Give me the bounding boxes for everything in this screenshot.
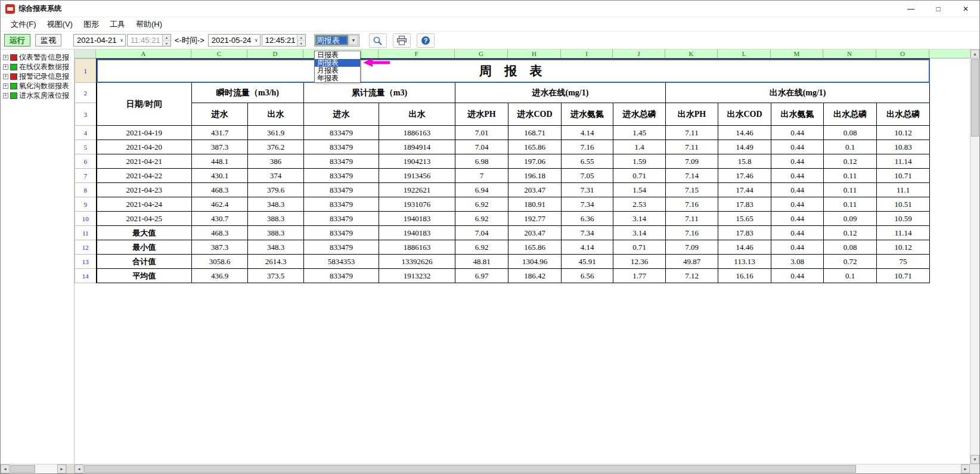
row-header[interactable]: 1	[75, 59, 97, 83]
data-cell[interactable]: 833479	[304, 154, 379, 169]
data-cell[interactable]: 0.1	[824, 269, 877, 283]
data-cell[interactable]: 17.46	[718, 169, 771, 183]
data-cell[interactable]: 165.86	[508, 140, 562, 154]
scrollbar-thumb[interactable]	[971, 59, 979, 137]
data-cell[interactable]: 7.34	[562, 226, 613, 240]
data-cell[interactable]: 196.18	[508, 169, 562, 183]
data-cell[interactable]: 3.14	[613, 226, 666, 240]
data-cell[interactable]: 1940183	[379, 212, 455, 226]
menu-item-help[interactable]: 帮助(H)	[131, 18, 168, 31]
end-time-spinner[interactable]: ▲ ▼	[297, 35, 305, 46]
data-cell[interactable]: 833479	[304, 126, 379, 140]
data-cell[interactable]: 6.92	[455, 240, 508, 255]
row-header[interactable]: 10	[75, 212, 97, 226]
row-header[interactable]: 3	[75, 103, 97, 126]
data-cell[interactable]: 7.04	[455, 140, 508, 154]
data-cell[interactable]: 7.01	[455, 126, 508, 140]
sub-header-cell[interactable]: 出水总磷	[877, 103, 930, 126]
data-cell[interactable]: 1913232	[379, 269, 455, 283]
row-header[interactable]: 13	[75, 255, 97, 269]
row-label-cell[interactable]: 2021-04-22	[97, 169, 192, 183]
data-cell[interactable]: 388.3	[248, 212, 304, 226]
row-header[interactable]: 2	[75, 83, 97, 103]
data-cell[interactable]: 15.65	[718, 212, 771, 226]
data-cell[interactable]: 1.77	[613, 269, 666, 283]
data-cell[interactable]: 7.15	[666, 183, 718, 197]
expand-icon[interactable]: +	[3, 83, 8, 89]
column-header[interactable]: G	[455, 49, 508, 58]
data-cell[interactable]: 3.14	[613, 212, 666, 226]
data-cell[interactable]: 17.83	[718, 226, 771, 240]
data-cell[interactable]: 468.3	[192, 183, 248, 197]
data-cell[interactable]: 0.44	[771, 140, 824, 154]
data-cell[interactable]: 12.36	[613, 255, 666, 269]
data-cell[interactable]: 6.98	[455, 154, 508, 169]
sidebar-item-alarm-record[interactable]: + 报警记录信息报	[1, 72, 74, 81]
data-cell[interactable]: 833479	[304, 169, 379, 183]
data-cell[interactable]: 0.72	[824, 255, 877, 269]
data-cell[interactable]: 0.71	[613, 240, 666, 255]
scroll-left-button[interactable]: ◄	[1, 464, 10, 473]
data-cell[interactable]: 0.44	[771, 197, 824, 212]
sub-header-cell[interactable]: 进水	[304, 103, 379, 126]
row-header[interactable]: 5	[75, 140, 97, 154]
scroll-right-button[interactable]: ►	[961, 464, 970, 473]
data-cell[interactable]: 1886163	[379, 126, 455, 140]
data-cell[interactable]: 2.53	[613, 197, 666, 212]
data-cell[interactable]: 1.45	[613, 126, 666, 140]
column-header[interactable]: O	[876, 49, 929, 58]
column-header[interactable]: H	[508, 49, 561, 58]
data-cell[interactable]: 0.11	[824, 183, 877, 197]
data-cell[interactable]: 7.14	[666, 169, 718, 183]
data-cell[interactable]: 10.71	[877, 169, 930, 183]
data-cell[interactable]: 15.8	[718, 154, 771, 169]
group-header-cell[interactable]: 出水在线(mg/1)	[666, 83, 930, 103]
data-cell[interactable]: 0.12	[824, 154, 877, 169]
row-label-cell[interactable]: 合计值	[97, 255, 192, 269]
group-header-cell[interactable]: 瞬时流量（m3/h)	[192, 83, 304, 103]
data-cell[interactable]: 7	[455, 169, 508, 183]
data-cell[interactable]: 7.16	[666, 197, 718, 212]
data-cell[interactable]: 462.4	[192, 197, 248, 212]
data-cell[interactable]: 0.44	[771, 226, 824, 240]
data-cell[interactable]: 113.13	[718, 255, 771, 269]
data-cell[interactable]: 7.16	[562, 140, 613, 154]
spin-down-icon[interactable]: ▼	[297, 41, 305, 46]
row-label-cell[interactable]: 2021-04-20	[97, 140, 192, 154]
sub-header-cell[interactable]: 进水PH	[455, 103, 508, 126]
column-header[interactable]: A	[96, 49, 191, 58]
data-cell[interactable]: 348.3	[248, 197, 304, 212]
row-label-cell[interactable]: 2021-04-23	[97, 183, 192, 197]
data-cell[interactable]: 6.94	[455, 183, 508, 197]
data-cell[interactable]: 387.3	[192, 240, 248, 255]
start-time-input[interactable]: 11:45:21 ▲ ▼	[127, 34, 171, 47]
data-cell[interactable]: 6.55	[562, 154, 613, 169]
data-cell[interactable]: 1.59	[613, 154, 666, 169]
report-title-cell[interactable]: 周 报 表	[97, 59, 930, 83]
data-cell[interactable]: 7.16	[666, 226, 718, 240]
data-cell[interactable]: 0.08	[824, 240, 877, 255]
data-cell[interactable]: 7.05	[562, 169, 613, 183]
data-cell[interactable]: 4.14	[562, 126, 613, 140]
sub-header-cell[interactable]: 进水氨氮	[562, 103, 613, 126]
spin-down-icon[interactable]: ▼	[163, 41, 170, 46]
sub-header-cell[interactable]: 出水总磷	[824, 103, 877, 126]
scroll-right-button[interactable]: ►	[57, 464, 66, 473]
data-cell[interactable]: 833479	[304, 226, 379, 240]
tree-horizontal-scrollbar[interactable]: ◄ ►	[1, 464, 66, 473]
data-cell[interactable]: 386	[248, 154, 304, 169]
data-cell[interactable]: 203.47	[508, 226, 562, 240]
row-label-cell[interactable]: 2021-04-25	[97, 212, 192, 226]
scrollbar-thumb[interactable]	[84, 465, 856, 473]
data-cell[interactable]: 14.46	[718, 240, 771, 255]
row-header[interactable]: 7	[75, 169, 97, 183]
data-cell[interactable]: 1913456	[379, 169, 455, 183]
group-header-cell[interactable]: 累计流量（m3)	[304, 83, 455, 103]
column-header[interactable]: I	[561, 49, 613, 58]
menu-item-file[interactable]: 文件(F)	[5, 18, 42, 31]
row-header[interactable]: 8	[75, 183, 97, 197]
data-cell[interactable]: 1886163	[379, 240, 455, 255]
data-cell[interactable]: 348.3	[248, 240, 304, 255]
data-cell[interactable]: 10.59	[877, 212, 930, 226]
close-button[interactable]: ✕	[952, 1, 979, 17]
